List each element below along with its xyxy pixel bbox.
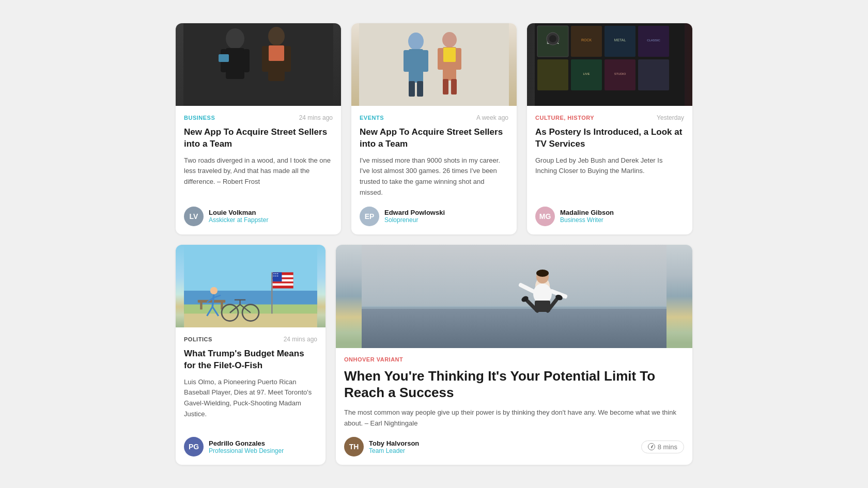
card-author-events: EP Edward Powlowski Solopreneur [360, 207, 508, 226]
card-image-politics [176, 245, 326, 327]
author-info-onhover: Toby Halvorson Team Leader [369, 439, 419, 454]
svg-text:CLASSIC: CLASSIC [647, 39, 660, 42]
card-time-politics: 24 mins ago [284, 336, 317, 343]
svg-rect-14 [404, 50, 410, 72]
card-body-culture: CULTURE, HISTORY Yesterday As Postery Is… [527, 106, 692, 234]
svg-rect-50 [271, 272, 273, 313]
card-title-events: New App To Acquire Street Sellers into a… [360, 127, 508, 150]
card-category-onhover: ONHOVER VARIANT [344, 356, 403, 363]
svg-rect-7 [262, 46, 269, 72]
card-body-events: EVENTS A week ago New App To Acquire Str… [351, 106, 517, 234]
author-role-politics: Professional Web Desinger [209, 447, 284, 454]
card-meta-business: BUSINESS 24 mins ago [184, 114, 333, 121]
avatar-politics: PG [184, 437, 204, 456]
author-name-culture: Madaline Gibson [560, 209, 614, 216]
card-events[interactable]: EVENTS A week ago New App To Acquire Str… [351, 23, 517, 234]
svg-rect-31 [537, 59, 568, 90]
card-author-onhover: TH Toby Halvorson Team Leader 8 mins [344, 437, 684, 456]
top-row: BUSINESS 24 mins ago New App To Acquire … [176, 23, 692, 234]
author-role-business: Asskicker at Fappster [209, 216, 268, 224]
svg-rect-16 [409, 81, 415, 97]
card-meta-onhover: ONHOVER VARIANT [344, 356, 684, 363]
card-title-culture: As Postery Is Introduced, a Look at TV S… [535, 127, 684, 150]
svg-point-12 [408, 33, 424, 50]
svg-point-57 [275, 273, 276, 274]
card-excerpt-onhover: The most common way people give up their… [344, 407, 684, 429]
card-body-business: BUSINESS 24 mins ago New App To Acquire … [176, 106, 341, 234]
card-onhover[interactable]: ONHOVER VARIANT When You're Thinking It'… [336, 245, 692, 465]
card-culture[interactable]: SLIPK ROCK METAL CLASSIC LIVE STUDIO CUL… [527, 23, 692, 234]
avatar-events: EP [360, 207, 379, 226]
card-title-business: New App To Acquire Street Sellers into a… [184, 127, 333, 150]
card-image-onhover [336, 245, 692, 348]
bottom-row: POLITICS 24 mins ago What Trump's Budget… [176, 245, 692, 465]
card-category-politics: POLITICS [184, 336, 212, 342]
svg-point-58 [277, 273, 278, 274]
card-meta-culture: CULTURE, HISTORY Yesterday [535, 114, 684, 121]
svg-point-59 [273, 275, 274, 276]
author-name-politics: Pedrillo Gonzales [209, 439, 284, 447]
svg-point-61 [277, 275, 278, 276]
card-time-events: A week ago [476, 114, 508, 121]
svg-rect-20 [438, 48, 444, 70]
svg-rect-8 [284, 46, 291, 72]
author-role-onhover: Team Leader [369, 447, 419, 454]
svg-text:METAL: METAL [614, 38, 626, 42]
card-meta-politics: POLITICS 24 mins ago [184, 336, 317, 343]
card-body-politics: POLITICS 24 mins ago What Trump's Budget… [176, 327, 326, 465]
svg-point-56 [273, 273, 274, 274]
card-author-culture: MG Madaline Gibson Business Writer [535, 207, 684, 226]
card-image-culture: SLIPK ROCK METAL CLASSIC LIVE STUDIO [527, 23, 692, 106]
card-image-events [351, 23, 517, 106]
article-grid: BUSINESS 24 mins ago New App To Acquire … [176, 23, 692, 465]
author-info-politics: Pedrillo Gonzales Professional Web Desin… [209, 439, 284, 454]
card-image-business [176, 23, 341, 106]
author-role-culture: Business Writer [560, 216, 614, 224]
svg-text:STUDIO: STUDIO [614, 72, 626, 75]
author-name-events: Edward Powlowski [384, 209, 445, 216]
author-info-events: Edward Powlowski Solopreneur [384, 209, 445, 224]
svg-text:ROCK: ROCK [581, 38, 592, 42]
svg-text:LIVE: LIVE [583, 72, 590, 75]
svg-rect-15 [422, 50, 428, 72]
avatar-onhover: TH [344, 437, 364, 456]
card-meta-events: EVENTS A week ago [360, 114, 508, 121]
card-time-culture: Yesterday [657, 114, 684, 121]
card-excerpt-culture: Group Led by Jeb Bush and Derek Jeter Is… [535, 155, 684, 198]
author-role-events: Solopreneur [384, 216, 445, 224]
svg-rect-10 [219, 54, 229, 62]
svg-rect-4 [243, 49, 250, 72]
read-time-badge: 8 mins [641, 440, 684, 453]
avatar-business: LV [184, 207, 204, 226]
svg-point-69 [210, 287, 218, 294]
svg-rect-17 [417, 81, 423, 97]
card-title-politics: What Trump's Budget Means for the Filet-… [184, 348, 317, 372]
svg-rect-0 [183, 23, 333, 106]
svg-point-60 [275, 275, 276, 276]
svg-rect-2 [226, 48, 244, 79]
card-category-culture: CULTURE, HISTORY [535, 115, 594, 121]
card-body-onhover: ONHOVER VARIANT When You're Thinking It'… [336, 348, 692, 465]
read-time-label: 8 mins [658, 443, 677, 451]
card-excerpt-business: Two roads diverged in a wood, and I took… [184, 155, 333, 198]
svg-rect-77 [362, 306, 667, 309]
svg-point-5 [268, 27, 285, 45]
svg-rect-24 [443, 48, 456, 62]
card-business[interactable]: BUSINESS 24 mins ago New App To Acquire … [176, 23, 341, 234]
card-title-onhover: When You're Thinking It's Your Potential… [344, 368, 684, 401]
svg-point-42 [549, 35, 556, 42]
card-politics[interactable]: POLITICS 24 mins ago What Trump's Budget… [176, 245, 326, 465]
card-excerpt-events: I've missed more than 9000 shots in my c… [360, 155, 508, 198]
avatar-culture: MG [535, 207, 555, 226]
author-info-culture: Madaline Gibson Business Writer [560, 209, 614, 224]
author-name-business: Louie Volkman [209, 209, 268, 216]
svg-rect-76 [362, 307, 667, 348]
clock-icon [648, 443, 655, 450]
svg-rect-45 [184, 311, 317, 327]
card-excerpt-politics: Luis Olmo, a Pioneering Puerto Rican Bas… [184, 377, 317, 429]
author-info-business: Louie Volkman Asskicker at Fappster [209, 209, 268, 224]
author-name-onhover: Toby Halvorson [369, 439, 419, 447]
svg-point-18 [442, 32, 457, 48]
card-category-events: EVENTS [360, 115, 384, 121]
svg-point-88 [536, 270, 549, 277]
